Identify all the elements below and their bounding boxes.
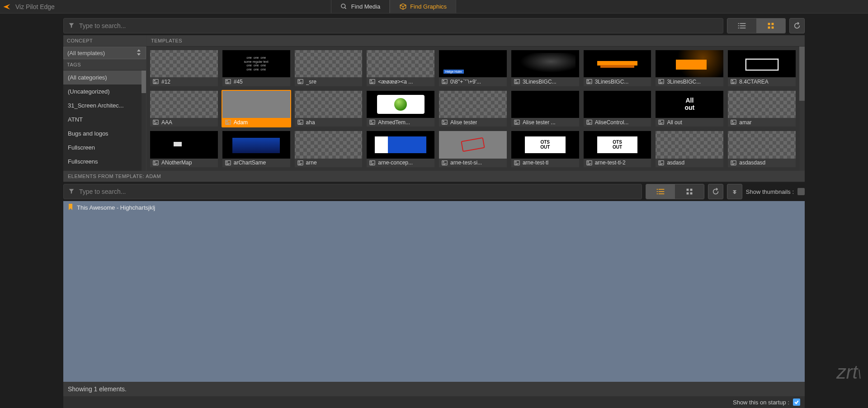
- template-thumbnail: OTSOUT: [584, 131, 651, 158]
- template-card[interactable]: one one onesome regular textone one oneo…: [222, 49, 291, 87]
- svg-rect-43: [660, 83, 662, 84]
- svg-rect-128: [686, 192, 689, 195]
- templates-pane: Templates #12one one onesome regular tex…: [146, 35, 805, 171]
- template-caption: 0\8''+`'¨\+9'...: [439, 77, 507, 86]
- template-card[interactable]: AAA: [149, 90, 219, 128]
- template-caption: arne-concep...: [367, 159, 434, 167]
- tag-item[interactable]: (Uncategorized): [63, 84, 142, 98]
- template-card[interactable]: OTSOUTarne-test-tl: [510, 130, 580, 168]
- svg-rect-82: [732, 122, 736, 123]
- template-card[interactable]: 3LinesBIGC...: [655, 49, 724, 87]
- template-card[interactable]: 3LinesBIGC...: [510, 49, 580, 87]
- svg-rect-90: [226, 163, 230, 164]
- svg-rect-86: [154, 163, 157, 164]
- template-caption: All out: [656, 118, 723, 127]
- svg-rect-5: [740, 25, 746, 26]
- template-card[interactable]: Alise tester ...: [510, 90, 580, 128]
- template-card[interactable]: #12: [149, 49, 219, 87]
- template-thumbnail: [295, 131, 363, 158]
- tab-find-media[interactable]: Find Media: [331, 0, 390, 13]
- template-card[interactable]: arne-concep...: [366, 130, 435, 168]
- template-card[interactable]: amar: [727, 90, 797, 128]
- template-caption: amar: [728, 118, 796, 127]
- template-card[interactable]: Adam: [222, 90, 291, 128]
- svg-rect-115: [660, 164, 662, 164]
- svg-rect-59: [298, 123, 301, 124]
- tag-item[interactable]: 31_Screen Architec...: [63, 98, 142, 113]
- app-logo: [0, 0, 14, 14]
- svg-rect-93: [298, 161, 300, 162]
- template-card[interactable]: 8.4CTAREA: [727, 49, 797, 87]
- template-thumbnail: [728, 131, 796, 158]
- template-caption: ANotherMap: [150, 159, 218, 167]
- elements-list-view-button[interactable]: [646, 184, 675, 199]
- template-card[interactable]: Helge Holm0\8''+`'¨\+9'...: [438, 49, 508, 87]
- svg-rect-47: [732, 83, 735, 84]
- template-caption: arChartSame: [222, 159, 290, 167]
- template-card[interactable]: ANotherMap: [149, 130, 219, 168]
- concept-select[interactable]: (All templates): [63, 47, 146, 59]
- tag-item[interactable]: Fullscreens: [63, 155, 142, 169]
- refresh-button[interactable]: [789, 18, 805, 33]
- template-card[interactable]: arne: [294, 130, 363, 168]
- svg-rect-129: [690, 192, 692, 195]
- svg-rect-97: [371, 161, 372, 162]
- template-card[interactable]: asdasd: [655, 130, 724, 168]
- template-search-input[interactable]: [78, 22, 718, 30]
- tag-item[interactable]: Bugs and logos: [63, 127, 142, 141]
- template-card[interactable]: aha: [294, 90, 363, 128]
- svg-rect-23: [298, 83, 301, 84]
- template-card[interactable]: AhmedTem...: [366, 90, 435, 128]
- startup-checkbox[interactable]: [793, 399, 800, 406]
- template-search-box[interactable]: [63, 18, 723, 33]
- template-card[interactable]: arne-test-si...: [438, 130, 508, 168]
- template-card[interactable]: <æøæø><a ...: [366, 49, 435, 87]
- grid-view-button[interactable]: [756, 19, 785, 33]
- template-thumbnail: [728, 91, 796, 118]
- svg-rect-10: [768, 27, 770, 29]
- elements-search-box[interactable]: [63, 184, 642, 199]
- svg-rect-57: [298, 121, 300, 122]
- sidebar-scrollbar[interactable]: [142, 70, 146, 171]
- svg-rect-99: [371, 164, 373, 164]
- template-card[interactable]: arChartSame: [222, 130, 291, 168]
- elements-grid-view-button[interactable]: [675, 184, 704, 199]
- svg-rect-109: [587, 161, 589, 162]
- svg-rect-26: [371, 82, 374, 83]
- list-view-button[interactable]: [727, 19, 756, 33]
- template-card[interactable]: _sre: [294, 49, 363, 87]
- svg-rect-102: [443, 163, 447, 164]
- template-card[interactable]: 3LinesBIGC...: [583, 49, 652, 87]
- svg-rect-121: [659, 189, 665, 190]
- svg-rect-114: [660, 163, 663, 164]
- template-card[interactable]: OTSOUTarne-test-tl-2: [583, 130, 652, 168]
- dropdown-caret-icon: [136, 49, 142, 57]
- svg-rect-63: [371, 123, 373, 124]
- svg-rect-78: [660, 122, 663, 123]
- tag-item[interactable]: (All categories): [63, 70, 142, 84]
- template-caption: 3LinesBIGC...: [656, 77, 723, 86]
- tag-item[interactable]: ATNT: [63, 113, 142, 127]
- template-thumbnail: [656, 131, 723, 158]
- svg-rect-42: [660, 82, 663, 83]
- elements-view-toggle: [646, 184, 704, 199]
- template-card[interactable]: AliseControl...: [583, 90, 652, 128]
- svg-rect-95: [298, 164, 301, 164]
- template-caption: <æøæø><a ...: [367, 77, 434, 86]
- tag-item[interactable]: Fullscreen: [63, 141, 142, 155]
- elements-search-input[interactable]: [78, 188, 637, 196]
- svg-rect-53: [226, 121, 227, 122]
- show-thumbnails-checkbox[interactable]: [797, 188, 805, 195]
- template-thumbnail: [584, 50, 651, 77]
- template-card[interactable]: asdasdasd: [727, 130, 797, 168]
- element-row[interactable]: This Awesome - Highchartsjklj: [63, 201, 805, 214]
- template-card[interactable]: Alise tester: [438, 90, 508, 128]
- expand-toggle-button[interactable]: [727, 184, 742, 199]
- svg-rect-13: [154, 80, 155, 81]
- template-card[interactable]: AlloutAll out: [655, 90, 724, 128]
- elements-refresh-button[interactable]: [708, 184, 723, 199]
- svg-rect-30: [443, 82, 447, 83]
- tab-find-graphics[interactable]: Find Graphics: [390, 0, 456, 13]
- templates-scrollbar[interactable]: [799, 47, 805, 171]
- view-toggle: [727, 18, 786, 33]
